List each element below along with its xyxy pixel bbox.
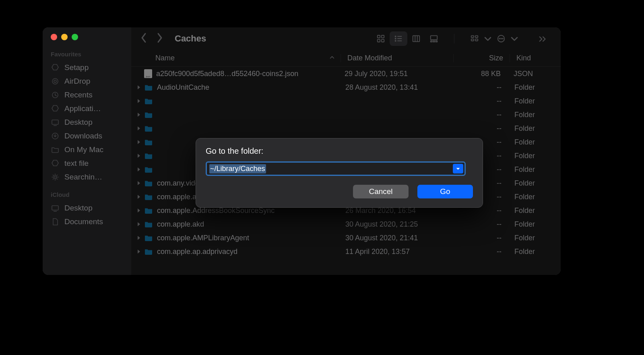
disclosure-triangle-icon[interactable] (137, 206, 142, 215)
sidebar-item-label: Documents (64, 217, 103, 226)
disclosure-triangle-icon[interactable] (137, 152, 142, 160)
view-switcher (372, 31, 443, 46)
svg-rect-0 (378, 35, 380, 38)
clock-icon (51, 91, 60, 99)
disclosure-triangle-icon[interactable] (137, 193, 142, 201)
sidebar-item[interactable]: Desktop (43, 201, 131, 215)
folder-icon (144, 192, 153, 201)
toolbar-overflow-button[interactable] (534, 31, 552, 46)
sidebar-item[interactable]: Searchin… (43, 170, 131, 184)
sidebar-item[interactable]: On My Mac (43, 143, 131, 157)
disclosure-triangle-icon[interactable] (137, 138, 142, 147)
go-to-folder-dialog: Go to the folder: ~/Library/Caches Cance… (196, 138, 483, 208)
row-kind: Folder (508, 138, 551, 147)
disclosure-triangle-icon[interactable] (137, 179, 142, 188)
folder-icon (144, 233, 153, 242)
folder-row[interactable]: --Folder (131, 94, 561, 108)
desktop-icon (51, 204, 60, 213)
disclosure-triangle-icon[interactable] (137, 248, 142, 256)
folder-row[interactable]: --Folder (131, 122, 561, 135)
sidebar-item[interactable]: Documents (43, 215, 131, 229)
sidebar-item[interactable]: Recents (43, 88, 131, 102)
zoom-window-button[interactable] (72, 34, 78, 40)
app-icon (51, 159, 60, 168)
folder-row[interactable]: com.apple.akd30 August 2020, 21:25--Fold… (131, 217, 561, 231)
disclosure-triangle-icon[interactable] (137, 111, 142, 119)
action-menu-button[interactable] (492, 31, 510, 46)
list-view-button[interactable] (390, 31, 407, 46)
sidebar-item-label: Desktop (64, 204, 93, 213)
sidebar-item[interactable]: Applicati… (43, 102, 131, 116)
svg-point-22 (499, 38, 500, 39)
folder-icon (144, 83, 153, 92)
sidebar-item[interactable]: text file (43, 157, 131, 170)
forward-button[interactable] (156, 33, 163, 45)
action-menu-chevron[interactable] (510, 31, 519, 46)
row-size: -- (452, 220, 508, 229)
row-date: 30 August 2020, 21:41 (339, 234, 452, 242)
folder-row[interactable]: com.apple.AMPLibraryAgent30 August 2020,… (131, 231, 561, 245)
svg-rect-2 (378, 39, 380, 42)
svg-rect-20 (475, 39, 478, 41)
svg-rect-17 (471, 36, 474, 38)
column-header-row: Name Date Modified Size Kind (131, 50, 561, 67)
svg-rect-13 (431, 36, 438, 40)
dialog-title: Go to the folder: (206, 147, 473, 156)
app-icon (51, 104, 60, 113)
row-kind: Folder (508, 220, 551, 229)
sidebar-item[interactable]: AirDrop (43, 74, 131, 88)
row-size: -- (452, 111, 508, 119)
folder-icon (144, 206, 153, 215)
group-by-chevron[interactable] (483, 31, 492, 46)
close-window-button[interactable] (51, 34, 57, 40)
folder-row[interactable]: AudioUnitCache28 August 2020, 13:41--Fol… (131, 80, 561, 94)
folder-icon (144, 97, 153, 105)
row-kind: Folder (508, 248, 551, 256)
row-kind: Folder (508, 152, 551, 160)
sidebar-item[interactable]: Setapp (43, 61, 131, 74)
disclosure-triangle-icon[interactable] (137, 124, 142, 133)
folder-row[interactable]: --Folder (131, 108, 561, 122)
path-history-dropdown-button[interactable] (453, 164, 463, 173)
document-icon (51, 217, 60, 226)
folder-icon (144, 110, 153, 119)
sidebar-item-label: Recents (64, 91, 93, 99)
column-view-button[interactable] (407, 31, 425, 46)
sidebar-item[interactable]: Desktop (43, 116, 131, 129)
disclosure-triangle-icon[interactable] (137, 83, 142, 92)
sidebar-item-label: Applicati… (64, 104, 101, 113)
go-button[interactable]: Go (417, 185, 473, 198)
svg-point-4 (395, 36, 396, 37)
column-header-kind[interactable]: Kind (510, 54, 551, 62)
disclosure-triangle-icon[interactable] (137, 97, 142, 105)
row-date: 30 August 2020, 21:25 (339, 220, 452, 229)
finder-window: Favourites SetappAirDropRecentsApplicati… (43, 27, 561, 275)
disclosure-triangle-icon[interactable] (137, 234, 142, 242)
gallery-view-button[interactable] (425, 31, 443, 46)
row-kind: Folder (508, 97, 551, 105)
group-by-button[interactable] (466, 31, 483, 46)
disclosure-triangle-icon[interactable] (137, 165, 142, 174)
minimize-window-button[interactable] (61, 34, 68, 40)
file-row[interactable]: a250fc900d5f5aded8…d552460-coins2.json29… (131, 67, 561, 80)
folder-row[interactable]: com.apple.ap.adprivacyd11 April 2020, 13… (131, 245, 561, 258)
back-button[interactable] (140, 33, 147, 45)
go-to-folder-input[interactable]: ~/Library/Caches (206, 161, 466, 176)
window-title: Caches (175, 33, 206, 44)
app-icon (51, 63, 60, 72)
row-kind: Folder (508, 234, 551, 242)
column-header-name[interactable]: Name (155, 54, 341, 62)
row-size: -- (452, 234, 508, 242)
sidebar-item[interactable]: Downloads (43, 129, 131, 143)
gear-icon (51, 173, 60, 182)
row-kind: Folder (508, 165, 551, 174)
cancel-button[interactable]: Cancel (353, 185, 409, 198)
column-header-size[interactable]: Size (453, 54, 510, 62)
icon-view-button[interactable] (372, 31, 390, 46)
disclosure-triangle-icon[interactable] (137, 220, 142, 229)
svg-rect-1 (382, 35, 384, 38)
row-date: 28 August 2020, 13:41 (339, 83, 452, 92)
row-name: com.apple.ap.adprivacyd (157, 248, 339, 256)
row-kind: Folder (508, 179, 551, 188)
column-header-date[interactable]: Date Modified (341, 54, 453, 62)
